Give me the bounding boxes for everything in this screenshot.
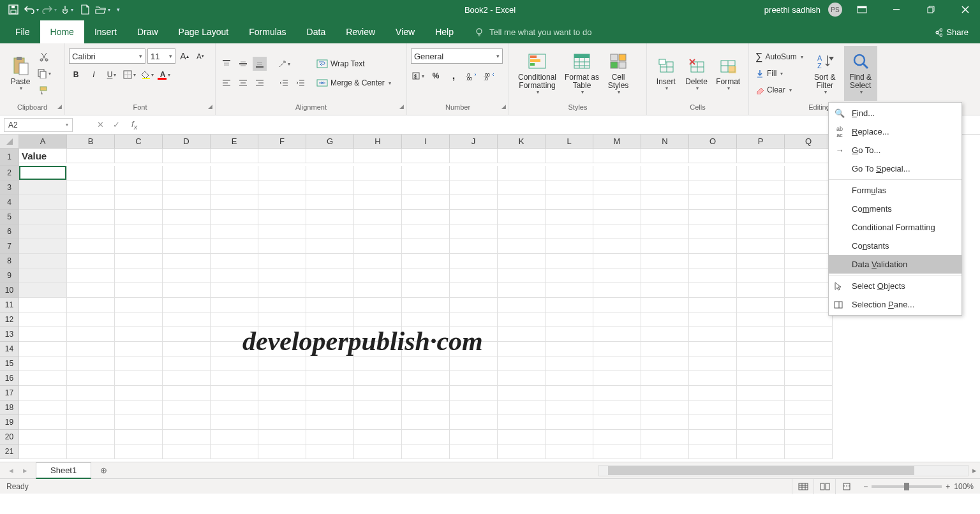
column-header[interactable]: D [163, 135, 211, 149]
cell[interactable] [450, 254, 498, 268]
cell[interactable] [593, 356, 641, 371]
tab-page-layout[interactable]: Page Layout [168, 20, 239, 43]
zoom-out-button[interactable]: − [863, 482, 868, 491]
cell[interactable] [402, 149, 450, 163]
cell[interactable] [641, 283, 689, 298]
cell[interactable] [115, 342, 163, 356]
cell[interactable] [450, 166, 498, 180]
cell[interactable] [689, 283, 737, 298]
cell[interactable] [737, 327, 785, 342]
cell[interactable] [306, 298, 354, 312]
cell[interactable] [354, 415, 402, 430]
column-header[interactable]: M [593, 135, 641, 149]
cell[interactable] [19, 327, 67, 342]
cell[interactable] [498, 415, 546, 430]
row-header[interactable]: 3 [0, 180, 19, 195]
cell[interactable] [67, 312, 115, 327]
cell[interactable] [689, 386, 737, 400]
cell[interactable] [258, 312, 306, 327]
cell[interactable] [593, 312, 641, 327]
merge-center-button[interactable]: Merge & Center▾ [314, 75, 394, 91]
menu-select-objects[interactable]: Select Objects [829, 277, 961, 295]
cell[interactable] [641, 444, 689, 459]
dialog-launcher-icon[interactable]: ◢ [399, 103, 404, 110]
menu-replace[interactable]: abacReplace... [829, 122, 961, 141]
cell[interactable] [115, 400, 163, 415]
cell[interactable] [115, 298, 163, 312]
sort-filter-button[interactable]: AZSort & Filter▾ [810, 46, 840, 101]
cell[interactable] [785, 327, 833, 342]
cell[interactable] [450, 224, 498, 239]
cell[interactable] [689, 254, 737, 268]
cell[interactable] [115, 371, 163, 386]
row-header[interactable]: 16 [0, 371, 19, 386]
font-color-icon[interactable]: A▾ [158, 68, 172, 82]
cell[interactable] [211, 430, 258, 444]
row-header[interactable]: 7 [0, 239, 19, 254]
cell[interactable] [641, 386, 689, 400]
cell[interactable]: Value [19, 149, 67, 163]
cell[interactable] [450, 268, 498, 283]
cell[interactable] [67, 444, 115, 459]
cell[interactable] [354, 239, 402, 254]
column-header[interactable]: E [211, 135, 258, 149]
cell[interactable] [785, 149, 833, 163]
cell[interactable] [641, 327, 689, 342]
fx-icon[interactable]: fx [131, 119, 144, 131]
tab-data[interactable]: Data [297, 20, 336, 43]
cell[interactable] [737, 239, 785, 254]
cell[interactable] [163, 166, 211, 180]
add-sheet-button[interactable]: ⊕ [95, 464, 112, 478]
cell[interactable] [211, 444, 258, 459]
cell[interactable] [211, 239, 258, 254]
cell[interactable] [19, 180, 67, 195]
cell[interactable] [689, 298, 737, 312]
conditional-formatting-button[interactable]: Conditional Formatting▾ [513, 46, 561, 101]
cell[interactable] [546, 195, 593, 210]
cell[interactable] [163, 342, 211, 356]
undo-icon[interactable]: ▾ [23, 1, 40, 18]
cell[interactable] [641, 430, 689, 444]
cell[interactable] [306, 444, 354, 459]
cell[interactable] [450, 312, 498, 327]
cell[interactable] [498, 312, 546, 327]
cell[interactable] [306, 386, 354, 400]
column-header[interactable]: G [306, 135, 354, 149]
cell[interactable] [115, 327, 163, 342]
cell[interactable] [785, 356, 833, 371]
column-header[interactable]: F [258, 135, 306, 149]
menu-comments[interactable]: Comments [829, 200, 961, 218]
cell[interactable] [546, 327, 593, 342]
cell[interactable] [641, 210, 689, 224]
cell[interactable] [306, 268, 354, 283]
tab-view[interactable]: View [385, 20, 425, 43]
cell[interactable] [115, 444, 163, 459]
cell[interactable] [785, 268, 833, 283]
cell[interactable] [593, 371, 641, 386]
cell[interactable] [115, 149, 163, 163]
cell[interactable] [593, 327, 641, 342]
name-box[interactable]: A2▾ [4, 118, 73, 132]
clear-button[interactable]: Clear▾ [753, 82, 806, 98]
cell[interactable] [354, 312, 402, 327]
cell[interactable] [306, 415, 354, 430]
sheet-nav[interactable]: ◂▸ [0, 466, 36, 475]
cell[interactable] [546, 415, 593, 430]
cell[interactable] [19, 371, 67, 386]
cell[interactable] [593, 166, 641, 180]
cell[interactable] [354, 224, 402, 239]
cell[interactable] [402, 430, 450, 444]
cell[interactable] [450, 298, 498, 312]
cell[interactable] [258, 210, 306, 224]
cell[interactable] [19, 195, 67, 210]
cell[interactable] [258, 430, 306, 444]
cell[interactable] [258, 268, 306, 283]
cell[interactable] [354, 430, 402, 444]
column-header[interactable]: H [354, 135, 402, 149]
cell[interactable] [258, 415, 306, 430]
avatar[interactable]: PS [828, 3, 842, 17]
cell[interactable] [450, 430, 498, 444]
italic-button[interactable]: I [87, 68, 101, 82]
share-button[interactable]: Share [922, 21, 980, 43]
cell[interactable] [737, 430, 785, 444]
